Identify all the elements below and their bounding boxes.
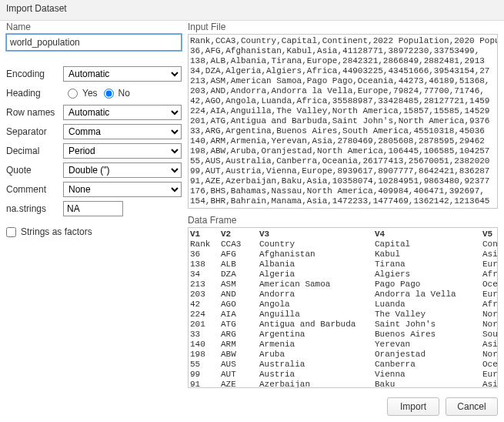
cell: North (482, 350, 498, 360)
decimal-select[interactable]: Period (63, 143, 182, 159)
table-row: RankCCA3CountryCapitalContin (190, 239, 496, 250)
cell: Oceani (482, 280, 498, 290)
cell: AUT (221, 370, 259, 380)
cell: ALB (221, 260, 259, 270)
quote-select[interactable]: Double (") (63, 162, 182, 178)
cell: Andorra (259, 290, 375, 300)
cancel-button[interactable]: Cancel (446, 397, 498, 416)
cell: CCA3 (221, 239, 259, 250)
heading-label: Heading (6, 88, 63, 99)
heading-no-label: No (118, 88, 130, 99)
cell: Angola (259, 300, 375, 310)
table-row: 33ARGArgentinaBuenos AiresSouth (190, 330, 496, 340)
comment-select[interactable]: None (63, 182, 182, 197)
cell: Azerbaijan (259, 380, 375, 388)
cell: Yerevan (375, 340, 482, 350)
cell: Pago Pago (375, 280, 482, 290)
cell: ASM (221, 280, 259, 290)
cell: ATG (221, 320, 259, 330)
cell: AFG (221, 250, 259, 260)
cell: South (482, 330, 498, 340)
table-header: V1V2V3V4V5 (190, 229, 496, 239)
cell: Oceani (482, 360, 498, 370)
data-frame-box[interactable]: V1V2V3V4V5RankCCA3CountryCapitalContin36… (188, 227, 498, 388)
decimal-label: Decimal (6, 146, 63, 156)
cell: ABW (221, 350, 259, 360)
cell: Africa (482, 300, 498, 310)
cell: Canberra (375, 360, 482, 370)
table-row: 198ABWArubaOranjestadNorth (190, 350, 496, 360)
cell: Tirana (375, 260, 482, 270)
table-row: 201ATGAntigua and BarbudaSaint John'sNor… (190, 320, 496, 330)
cell: 42 (190, 300, 221, 310)
heading-no-radio[interactable] (104, 89, 114, 99)
cell: North (482, 320, 498, 330)
cell: Saint John's (375, 320, 482, 330)
encoding-select[interactable]: Automatic (63, 66, 182, 82)
cell: Country (259, 239, 375, 250)
cell: Africa (482, 270, 498, 280)
cell: 140 (190, 340, 221, 350)
cell: 36 (190, 250, 221, 260)
name-input[interactable] (6, 34, 182, 51)
input-file-box[interactable]: Rank,CCA3,Country,Capital,Continent,2022… (188, 34, 498, 209)
separator-select[interactable]: Comma (63, 124, 182, 139)
data-frame-section: Data Frame V1V2V3V4V5RankCCA3CountryCapi… (188, 215, 498, 388)
rownames-select[interactable]: Automatic (63, 105, 182, 120)
column-header: V5 (482, 229, 498, 239)
cell: Asia (482, 250, 498, 260)
cell: Australia (259, 360, 375, 370)
cell: AIA (221, 310, 259, 320)
cell: Asia (482, 340, 498, 350)
data-frame-label: Data Frame (188, 215, 498, 226)
cell: Anguilla (259, 310, 375, 320)
column-header: V4 (375, 229, 482, 239)
cell: Albania (259, 260, 375, 270)
cell: Baku (375, 380, 482, 388)
table-row: 138ALBAlbaniaTiranaEurope (190, 260, 496, 270)
heading-radio-row: Yes No (63, 85, 182, 101)
cell: Buenos Aires (375, 330, 482, 340)
cell: Kabul (375, 250, 482, 260)
window-title: Import Dataset (0, 0, 504, 21)
cell: 55 (190, 360, 221, 370)
cell: 213 (190, 280, 221, 290)
cell: Europe (482, 290, 498, 300)
cell: Algiers (375, 270, 482, 280)
cell: Asia (482, 380, 498, 388)
name-label: Name (6, 22, 182, 32)
cell: Luanda (375, 300, 482, 310)
cell: Afghanistan (259, 250, 375, 260)
quote-label: Quote (6, 165, 63, 176)
cell: 91 (190, 380, 221, 388)
cell: AND (221, 290, 259, 300)
nastrings-input[interactable] (63, 201, 123, 216)
import-button[interactable]: Import (387, 397, 439, 416)
cell: Oranjestad (375, 350, 482, 360)
column-header: V3 (259, 229, 375, 239)
cell: DZA (221, 270, 259, 280)
left-panel: Name Encoding Automatic Heading Yes No R… (6, 22, 182, 388)
encoding-label: Encoding (6, 69, 63, 79)
cell: The Valley (375, 310, 482, 320)
cell: Contin (482, 239, 498, 250)
heading-yes-radio[interactable] (68, 89, 78, 99)
table-row: 224AIAAnguillaThe ValleyNorth (190, 310, 496, 320)
input-file-label: Input File (188, 22, 498, 32)
strings-as-factors-label: Strings as factors (21, 226, 92, 237)
cell: Aruba (259, 350, 375, 360)
cell: AGO (221, 300, 259, 310)
table-row: 140ARMArmeniaYerevanAsia (190, 340, 496, 350)
cell: Vienna (375, 370, 482, 380)
cell: Rank (190, 239, 221, 250)
cell: 224 (190, 310, 221, 320)
cell: AUS (221, 360, 259, 370)
table-row: 36AFGAfghanistanKabulAsia (190, 250, 496, 260)
comment-label: Comment (6, 184, 63, 195)
column-header: V2 (221, 229, 259, 239)
cell: Armenia (259, 340, 375, 350)
content-area: Name Encoding Automatic Heading Yes No R… (6, 22, 498, 388)
cell: American Samoa (259, 280, 375, 290)
strings-as-factors-checkbox[interactable] (6, 227, 16, 237)
separator-label: Separator (6, 126, 63, 137)
